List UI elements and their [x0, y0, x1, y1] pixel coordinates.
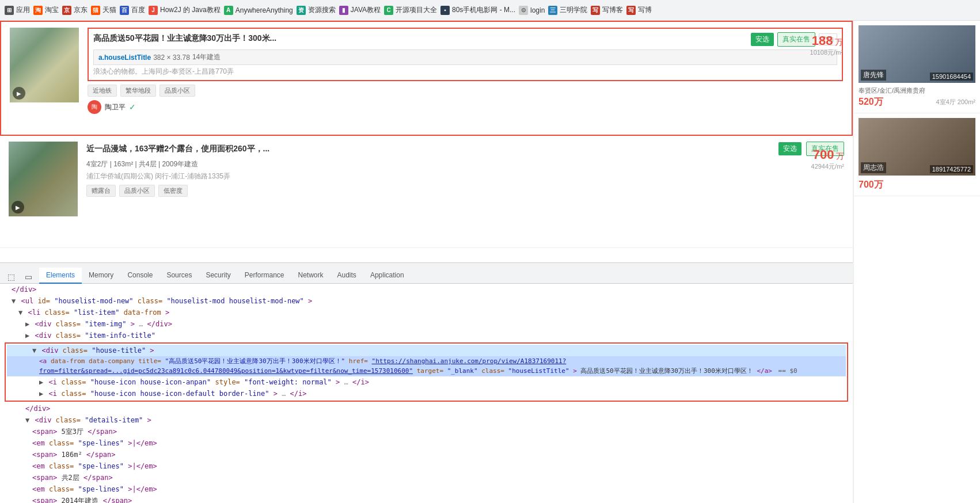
dom-line-15[interactable]: <em class= "spe-lines" >|</em> [0, 460, 853, 472]
play-button-2[interactable]: ▶ [12, 201, 24, 214]
tab-anywhere-label: AnywhereAnything [235, 6, 293, 14]
dom-em-1-val: "spe-lines" [78, 439, 124, 447]
listing-price-1: 188 万 10108元/m² [810, 33, 843, 57]
tab-anywhere[interactable]: A AnywhereAnything [224, 6, 293, 15]
tab-xie2[interactable]: 写 写博 [626, 5, 652, 15]
dom-line-11[interactable]: ▼ <div class= "details-item" > [0, 414, 853, 426]
tab-tmall[interactable]: 猫 天猫 [91, 5, 116, 15]
play-button-1[interactable]: ▶ [13, 87, 25, 100]
tab-console[interactable]: Console [120, 268, 159, 284]
dom-attr-i-default-val: "house-icon house-icon-default border-li… [90, 390, 269, 398]
listing-item-2: ▶ 近一品漫城，163平赠2个露台，使用面积260平，... 安选 真实在售 4… [0, 136, 853, 248]
dom-attr-class-val: "houselist-mod houselist-mod-new" [166, 297, 303, 305]
dom-attr-item-img-val: "item-img" [85, 320, 126, 328]
dom-span-2c: <span> [32, 474, 57, 482]
dom-close-house-title-div: </div> [25, 405, 50, 413]
dom-line-16[interactable]: <span> 共2层 </span> [0, 472, 853, 483]
tab-baidu[interactable]: 百 百度 [120, 5, 145, 15]
dom-attr-href-label: href= [349, 357, 368, 365]
sidebar-price-2: 700万 [859, 179, 883, 191]
dom-close-i-open: > [336, 378, 340, 386]
dom-line-5[interactable]: ▶ <div class= "item-info-title" [0, 330, 853, 341]
dom-dots-9: … [282, 390, 286, 398]
dom-line-18[interactable]: <span> 2014年建造 </span> [0, 495, 853, 503]
tab-apps[interactable]: ⊞ 应用 [5, 5, 30, 15]
dom-span-2014-close: </span> [103, 497, 132, 503]
collapse-arrow-2[interactable]: ▼ [12, 297, 16, 305]
collapse-arrow-6[interactable]: ▼ [32, 346, 36, 355]
tab-memory[interactable]: Memory [82, 268, 120, 284]
dom-line-13[interactable]: <em class= "spe-lines" >|</em> [0, 437, 853, 449]
tab-performance[interactable]: Performance [238, 268, 291, 284]
tab-xieboke[interactable]: 写 写博客 [591, 5, 623, 15]
tab-movie-label: 80s手机电影网 - M... [452, 5, 515, 15]
dom-line-8[interactable]: ▶ <i class= "house-icon house-icon-anpan… [7, 376, 846, 388]
listing-title-link-1[interactable]: 高品质送50平花园！业主诚意降30万出手！300米... [93, 33, 747, 44]
dom-line-6[interactable]: ▼ <div class= "house-title" > [7, 345, 846, 356]
listing-location-2: 浦江华侨城(四期公寓) 闵行-浦江-浦驰路1335弄 [86, 172, 844, 181]
dom-dots-8: … [344, 378, 348, 386]
collapse-arrow-8[interactable]: ▶ [39, 378, 43, 386]
collapse-arrow-9[interactable]: ▶ [39, 390, 43, 398]
tab-sanming[interactable]: 三 三明学院 [548, 5, 587, 15]
tab-java[interactable]: ▮ JAVA教程 [339, 5, 381, 15]
main-content: ▶ 高品质送50平花园！业主诚意降30万出手！300米... 安选 真实在售 广… [0, 21, 980, 503]
tab-kai[interactable]: C 开源项目大全 [384, 5, 437, 15]
device-toolbar-button[interactable]: ▭ [22, 270, 35, 283]
tab-baidu-label: 百度 [131, 5, 145, 15]
dom-line-12[interactable]: <span> 5室3厅 </span> [0, 426, 853, 437]
tab-sources[interactable]: Sources [159, 268, 199, 284]
tab-network[interactable]: Network [291, 268, 331, 284]
dom-tag-house-title: <div [41, 346, 62, 355]
tab-elements[interactable]: Elements [39, 268, 82, 284]
dom-line-9[interactable]: ▶ <i class= "house-icon house-icon-defau… [7, 388, 846, 399]
anjuan-badge-2[interactable]: 安选 [778, 142, 802, 155]
collapse-arrow-3[interactable]: ▼ [18, 308, 22, 317]
collapse-arrow-11[interactable]: ▼ [25, 416, 29, 424]
dom-line-4[interactable]: ▶ <div class= "item-img" > … </div> [0, 318, 853, 330]
browser-tab-bar: ⊞ 应用 淘 淘宝 京 京东 猫 天猫 百 百度 J How2J 的 Java教… [0, 0, 980, 21]
tag-2-2: 品质小区 [119, 185, 155, 197]
dom-attr-class: class= [138, 297, 162, 305]
dom-close-house-title: > [150, 346, 154, 355]
dom-line-1[interactable]: </div> [0, 284, 853, 295]
dom-a-text: 高品质送50平花园！业主诚意降30万出手！300米对口學区！ [580, 367, 757, 375]
dom-attr-i-class-val: "house-icon house-icon-anpan" [90, 378, 215, 386]
tab-login[interactable]: ⊙ login [519, 6, 545, 15]
dom-tag-a-open: <a [39, 357, 51, 365]
tab-taobao[interactable]: 淘 淘宝 [33, 5, 59, 15]
sidebar-listing-2: 周志浩 18917425772 700万 [854, 113, 980, 196]
dom-line-14[interactable]: <span> 186m² </span> [0, 449, 853, 460]
dom-eq-dollar: == $0 [778, 367, 797, 375]
dom-dots-4: … [139, 320, 143, 328]
dom-span-2c-close: </span> [83, 474, 113, 482]
devtools-dom-content[interactable]: </div> ▼ <ul id= "houselist-mod-new" cla… [0, 284, 853, 503]
dom-line-10[interactable]: </div> [0, 403, 853, 414]
anjuan-badge-1[interactable]: 安选 [751, 33, 774, 46]
devtools-icon-buttons: ⬚ ▭ [5, 270, 35, 283]
tab-security[interactable]: Security [199, 268, 237, 284]
dom-line-3[interactable]: ▼ <li class= "list-item" data-from > [0, 307, 853, 318]
inspect-element-button[interactable]: ⬚ [5, 270, 17, 283]
dom-line-2[interactable]: ▼ <ul id= "houselist-mod-new" class= "ho… [0, 295, 853, 307]
java-icon: ▮ [339, 6, 348, 15]
tab-xie2-label: 写博 [638, 5, 652, 15]
tab-application[interactable]: Application [363, 268, 411, 284]
dom-line-17[interactable]: <em class= "spe-lines" >|</em> [0, 483, 853, 495]
dom-tag-i-anpan: <i [48, 378, 61, 386]
tab-audits[interactable]: Audits [331, 268, 363, 284]
tab-ziyuan[interactable]: 资 资源搜索 [297, 5, 336, 15]
dom-em-3-val: "spe-lines" [78, 485, 124, 493]
dom-span-186-text: 186m² [62, 451, 82, 459]
tab-sanming-label: 三明学院 [560, 5, 587, 15]
tag-2-1: 赠露台 [86, 185, 116, 197]
sidebar-price-1: 520万 [859, 96, 883, 108]
sidebar-location-1: 奉贤区/金汇/禹洲雍贵府 [859, 86, 975, 95]
collapse-arrow-4[interactable]: ▶ [25, 320, 29, 328]
tab-how2j[interactable]: J How2J 的 Java教程 [149, 5, 221, 15]
tab-movie[interactable]: ▪ 80s手机电影网 - M... [440, 5, 515, 15]
tab-jd[interactable]: 京 京东 [62, 5, 88, 15]
dom-line-7[interactable]: <a data-from data-company title= "高品质送50… [7, 356, 846, 376]
collapse-arrow-5[interactable]: ▶ [25, 331, 29, 340]
listing-info-1: 高品质送50平花园！业主诚意降30万出手！300米... 安选 真实在售 广告 … [88, 28, 843, 129]
